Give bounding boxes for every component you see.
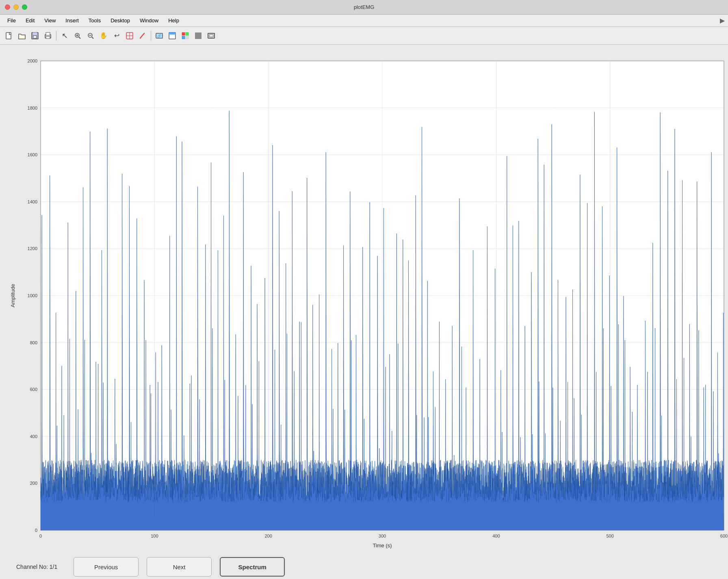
emg-chart[interactable]	[8, 53, 728, 555]
maximize-button[interactable]	[22, 4, 27, 10]
menu-tools[interactable]: Tools	[84, 16, 105, 25]
window-title: plotEMG	[354, 4, 375, 10]
data-cursor-button[interactable]	[124, 30, 135, 41]
svg-line-12	[92, 37, 93, 39]
close-button[interactable]	[5, 4, 10, 10]
menu-window[interactable]: Window	[136, 16, 162, 25]
menubar: File Edit View Insert Tools Desktop Wind…	[0, 15, 728, 27]
print-button[interactable]	[42, 30, 54, 41]
main-content: Channel No: 1/1 Previous Next Spectrum	[0, 45, 728, 579]
titlebar: plotEMG	[0, 0, 728, 15]
menu-edit[interactable]: Edit	[22, 16, 39, 25]
toolbar: ↖ ✋ ↩ 🔗	[0, 27, 728, 45]
svg-rect-22	[186, 32, 188, 35]
toolbar-sep-1	[56, 31, 56, 41]
previous-button[interactable]: Previous	[74, 557, 139, 577]
svg-rect-0	[6, 32, 11, 39]
undo-button[interactable]: ↩	[111, 30, 122, 41]
menu-view[interactable]: View	[40, 16, 60, 25]
menu-help[interactable]: Help	[164, 16, 183, 25]
menu-insert[interactable]: Insert	[61, 16, 83, 25]
channel-label: Channel No: 1/1	[16, 564, 57, 570]
svg-rect-23	[182, 36, 185, 39]
menu-file[interactable]: File	[3, 16, 20, 25]
new-file-button[interactable]	[3, 30, 15, 41]
chart-container	[0, 45, 728, 555]
svg-rect-6	[46, 37, 50, 39]
fill-button[interactable]	[193, 30, 204, 41]
frame-button[interactable]	[206, 30, 217, 41]
link-button[interactable]: 🔗	[154, 30, 165, 41]
open-file-button[interactable]	[16, 30, 28, 41]
minimize-button[interactable]	[13, 4, 19, 10]
menu-expand-icon[interactable]: ▶	[720, 17, 725, 24]
svg-rect-25	[195, 32, 202, 39]
cursor-button[interactable]: ↖	[59, 30, 70, 41]
svg-rect-24	[186, 36, 188, 39]
zoom-out-button[interactable]	[85, 30, 96, 41]
svg-rect-20	[169, 32, 176, 35]
svg-rect-2	[33, 32, 37, 35]
zoom-in-button[interactable]	[72, 30, 83, 41]
svg-rect-21	[182, 32, 185, 35]
svg-rect-3	[33, 36, 37, 38]
svg-rect-26	[208, 33, 214, 38]
svg-rect-27	[209, 35, 213, 37]
brush-button[interactable]	[137, 30, 148, 41]
bottom-bar: Channel No: 1/1 Previous Next Spectrum	[0, 555, 728, 579]
svg-rect-5	[46, 32, 50, 35]
pan-button[interactable]: ✋	[98, 30, 109, 41]
grid-button[interactable]	[180, 30, 191, 41]
svg-line-8	[79, 37, 80, 39]
spectrum-button[interactable]: Spectrum	[220, 557, 285, 577]
panel-button[interactable]	[167, 30, 178, 41]
menu-desktop[interactable]: Desktop	[106, 16, 134, 25]
save-button[interactable]	[29, 30, 41, 41]
next-button[interactable]: Next	[147, 557, 212, 577]
svg-text:🔗: 🔗	[157, 34, 161, 38]
toolbar-sep-2	[151, 31, 151, 41]
traffic-lights	[5, 4, 27, 10]
